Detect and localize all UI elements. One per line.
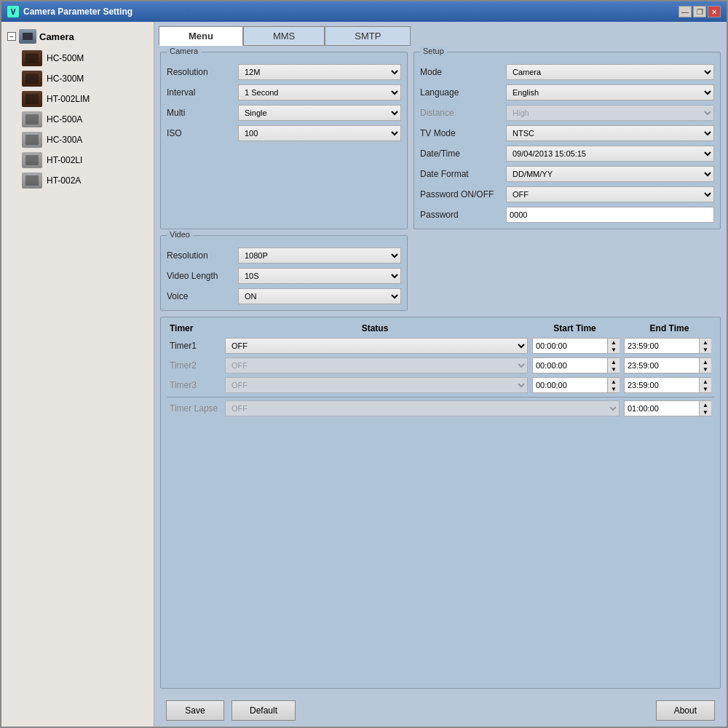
- timer1-end-input[interactable]: [625, 339, 699, 353]
- sidebar-item-hc300m[interactable]: HC-300M: [19, 68, 151, 89]
- timer1-start-input[interactable]: [533, 339, 607, 353]
- timer-lapse-start-up[interactable]: ▲: [700, 401, 711, 408]
- timer3-end-down[interactable]: ▼: [700, 385, 711, 392]
- app-icon: V: [7, 6, 19, 17]
- timer3-end-spinners: ▲ ▼: [699, 378, 711, 392]
- timer3-row: Timer3 OFFON ▲ ▼: [167, 377, 714, 393]
- setup-password-onoff-select[interactable]: OFFON: [506, 186, 714, 202]
- title-bar-left: V Camera Parameter Setting: [7, 6, 132, 17]
- camera-resolution-label: Resolution: [167, 67, 232, 77]
- video-resolution-select[interactable]: 1080P720P480P: [238, 248, 401, 264]
- camera-multi-select[interactable]: Single23: [238, 105, 401, 121]
- timer2-status-select[interactable]: OFFON: [225, 357, 528, 373]
- sidebar: − Camera HC-500MHC-300MHT-002LIMHC-500AH…: [1, 22, 154, 727]
- timer3-start-down[interactable]: ▼: [608, 385, 620, 392]
- timer1-start-up[interactable]: ▲: [608, 339, 620, 346]
- timer3-end-up[interactable]: ▲: [700, 378, 711, 385]
- timer3-end-group: ▲ ▼: [624, 377, 711, 393]
- timer2-start-down[interactable]: ▼: [608, 365, 620, 373]
- about-button[interactable]: About: [656, 700, 715, 721]
- setup-section-title: Setup: [420, 47, 447, 55]
- sidebar-item-label-ht002lim: HT-002LIM: [47, 94, 90, 104]
- timer-lapse-status-select[interactable]: OFFON: [225, 400, 620, 416]
- main-content: − Camera HC-500MHC-300MHT-002LIMHC-500AH…: [1, 22, 727, 727]
- camera-section-body: Resolution 12M8M5M3M Interval 1 Second5 …: [167, 64, 401, 141]
- timer-lapse-start-down[interactable]: ▼: [700, 408, 711, 416]
- setup-dateformat-label: Date Format: [420, 169, 500, 179]
- setup-section-body: Mode CameraVideoBoth Language EnglishFre…: [420, 64, 714, 223]
- timer1-end-up[interactable]: ▲: [700, 339, 711, 346]
- setup-distance-select[interactable]: HighMediumLow: [506, 105, 714, 121]
- setup-distance-label: Distance: [420, 108, 500, 118]
- sidebar-item-ht002li[interactable]: HT-002LI: [19, 150, 151, 170]
- sidebar-item-label-hc300m: HC-300M: [47, 74, 84, 84]
- setup-language-select[interactable]: EnglishFrenchGerman: [506, 84, 714, 100]
- timer-lapse-start-input[interactable]: [625, 401, 699, 416]
- default-button[interactable]: Default: [232, 700, 296, 721]
- camera-section: Camera Resolution 12M8M5M3M Interval: [160, 52, 408, 229]
- timer-section: Timer Status Start Time End Time Timer1 …: [160, 317, 721, 689]
- restore-button[interactable]: ❐: [693, 6, 706, 17]
- timer-col-status-header: Status: [228, 323, 522, 333]
- save-button[interactable]: Save: [166, 700, 224, 721]
- timer2-end-down[interactable]: ▼: [700, 365, 711, 373]
- video-voice-row: Voice ONOFF: [167, 288, 401, 304]
- sidebar-item-ht002lim[interactable]: HT-002LIM: [19, 89, 151, 109]
- setup-password-row: Password: [420, 207, 714, 223]
- camera-iso-label: ISO: [167, 128, 232, 138]
- timer3-start-input[interactable]: [533, 378, 607, 392]
- setup-password-onoff-row: Password ON/OFF OFFON: [420, 186, 714, 202]
- tab-mms[interactable]: MMS: [243, 26, 325, 46]
- setup-dateformat-select[interactable]: DD/MM/YYMM/DD/YYYY/MM/DD: [506, 166, 714, 182]
- camera-iso-select[interactable]: 100200400Auto: [238, 125, 401, 141]
- camera-resolution-row: Resolution 12M8M5M3M: [167, 64, 401, 80]
- timer1-end-down[interactable]: ▼: [700, 346, 711, 353]
- main-window: V Camera Parameter Setting — ❐ ✕ − Camer…: [0, 0, 728, 728]
- setup-password-input[interactable]: [506, 207, 714, 223]
- timer1-row: Timer1 OFFON ▲ ▼: [167, 338, 714, 354]
- cam-thumb-hc500a: [22, 111, 42, 127]
- timer3-end-input[interactable]: [625, 378, 699, 392]
- timer3-status-select[interactable]: OFFON: [225, 377, 528, 393]
- timer-lapse-row: Timer Lapse OFFON ▲ ▼: [167, 400, 714, 416]
- camera-interval-select[interactable]: 1 Second5 Seconds10 Seconds: [238, 84, 401, 100]
- timer2-end-input[interactable]: [625, 358, 699, 373]
- timer1-start-spinners: ▲ ▼: [607, 339, 619, 353]
- tree-toggle[interactable]: −: [7, 32, 16, 41]
- video-length-select[interactable]: 10S30S1Min3Min: [238, 268, 401, 284]
- video-panels-row: Video Resolution 1080P720P480P Video Len…: [160, 235, 721, 311]
- setup-datetime-label: Date/Time: [420, 149, 500, 159]
- sidebar-item-label-hc300a: HC-300A: [47, 135, 82, 145]
- tab-smtp[interactable]: SMTP: [325, 26, 411, 46]
- timer1-start-down[interactable]: ▼: [608, 346, 620, 353]
- timer2-start-input[interactable]: [533, 358, 607, 373]
- camera-resolution-select[interactable]: 12M8M5M3M: [238, 64, 401, 80]
- timer-header: Timer Status Start Time End Time: [167, 323, 714, 333]
- timer3-start-up[interactable]: ▲: [608, 378, 620, 385]
- sidebar-item-label-hc500m: HC-500M: [47, 53, 84, 63]
- sidebar-item-label-ht002li: HT-002LI: [47, 155, 82, 165]
- sidebar-item-hc300a[interactable]: HC-300A: [19, 130, 151, 150]
- timer2-end-up[interactable]: ▲: [700, 358, 711, 365]
- timer1-start-group: ▲ ▼: [532, 338, 620, 354]
- video-length-label: Video Length: [167, 271, 232, 281]
- setup-language-label: Language: [420, 87, 500, 98]
- close-button[interactable]: ✕: [708, 6, 721, 17]
- cam-thumb-hc300a: [22, 132, 42, 148]
- tab-menu[interactable]: Menu: [159, 26, 243, 46]
- minimize-button[interactable]: —: [678, 6, 692, 17]
- camera-multi-row: Multi Single23: [167, 105, 401, 121]
- setup-datetime-select[interactable]: 09/04/2013 15:05:15: [506, 146, 714, 162]
- timer1-end-spinners: ▲ ▼: [699, 339, 711, 353]
- sidebar-item-label-ht002a: HT-002A: [47, 175, 81, 186]
- camera-multi-label: Multi: [167, 108, 232, 118]
- sidebar-item-ht002a[interactable]: HT-002A: [19, 170, 151, 191]
- setup-mode-select[interactable]: CameraVideoBoth: [506, 64, 714, 80]
- sidebar-item-hc500m[interactable]: HC-500M: [19, 48, 151, 68]
- timer2-row: Timer2 OFFON ▲ ▼: [167, 357, 714, 373]
- timer1-status-select[interactable]: OFFON: [225, 338, 528, 354]
- sidebar-item-hc500a[interactable]: HC-500A: [19, 109, 151, 130]
- setup-tvmode-select[interactable]: NTSCPAL: [506, 125, 714, 141]
- video-voice-select[interactable]: ONOFF: [238, 288, 401, 304]
- timer2-start-up[interactable]: ▲: [608, 358, 620, 365]
